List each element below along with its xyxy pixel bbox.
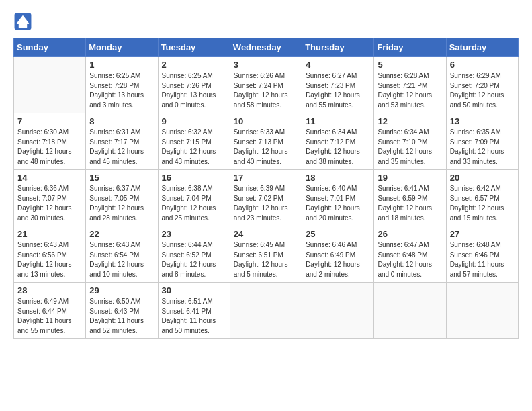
day-number: 21: [17, 229, 82, 239]
day-cell: 27Sunrise: 6:48 AM Sunset: 6:46 PM Dayli…: [446, 226, 518, 283]
day-info: Sunrise: 6:31 AM Sunset: 7:17 PM Dayligh…: [89, 128, 154, 167]
day-cell: 26Sunrise: 6:47 AM Sunset: 6:48 PM Dayli…: [374, 226, 446, 283]
week-row-3: 14Sunrise: 6:36 AM Sunset: 7:07 PM Dayli…: [14, 170, 519, 226]
day-number: 14: [17, 173, 82, 183]
day-cell: 21Sunrise: 6:43 AM Sunset: 6:56 PM Dayli…: [14, 226, 86, 283]
day-cell: 13Sunrise: 6:35 AM Sunset: 7:09 PM Dayli…: [446, 113, 518, 170]
weekday-header-monday: Monday: [86, 38, 158, 57]
day-cell: 15Sunrise: 6:37 AM Sunset: 7:05 PM Dayli…: [86, 170, 158, 226]
day-info: Sunrise: 6:47 AM Sunset: 6:48 PM Dayligh…: [378, 240, 442, 279]
week-row-2: 7Sunrise: 6:30 AM Sunset: 7:18 PM Daylig…: [14, 113, 519, 170]
day-number: 16: [162, 173, 226, 183]
day-cell: 28Sunrise: 6:49 AM Sunset: 6:44 PM Dayli…: [14, 283, 86, 339]
page: SundayMondayTuesdayWednesdayThursdayFrid…: [0, 0, 532, 411]
day-cell: 6Sunrise: 6:29 AM Sunset: 7:20 PM Daylig…: [446, 57, 518, 113]
weekday-header-saturday: Saturday: [446, 38, 518, 57]
day-cell: 14Sunrise: 6:36 AM Sunset: 7:07 PM Dayli…: [14, 170, 86, 226]
day-cell: [374, 283, 446, 339]
day-number: 22: [89, 229, 154, 239]
day-info: Sunrise: 6:50 AM Sunset: 6:43 PM Dayligh…: [89, 297, 154, 336]
week-row-4: 21Sunrise: 6:43 AM Sunset: 6:56 PM Dayli…: [14, 226, 519, 283]
day-info: Sunrise: 6:34 AM Sunset: 7:10 PM Dayligh…: [378, 128, 442, 167]
day-cell: [14, 57, 86, 113]
day-cell: [302, 283, 374, 339]
day-number: 6: [450, 60, 515, 70]
day-number: 29: [89, 285, 154, 295]
day-cell: 2Sunrise: 6:25 AM Sunset: 7:26 PM Daylig…: [158, 57, 230, 113]
day-cell: [446, 283, 518, 339]
day-info: Sunrise: 6:51 AM Sunset: 6:41 PM Dayligh…: [162, 297, 226, 336]
day-number: 3: [234, 60, 298, 70]
day-number: 2: [162, 60, 226, 70]
day-info: Sunrise: 6:27 AM Sunset: 7:23 PM Dayligh…: [306, 71, 370, 110]
day-cell: 5Sunrise: 6:28 AM Sunset: 7:21 PM Daylig…: [374, 57, 446, 113]
day-cell: 22Sunrise: 6:43 AM Sunset: 6:54 PM Dayli…: [86, 226, 158, 283]
day-info: Sunrise: 6:35 AM Sunset: 7:09 PM Dayligh…: [450, 128, 515, 167]
day-info: Sunrise: 6:30 AM Sunset: 7:18 PM Dayligh…: [17, 128, 82, 167]
day-number: 12: [378, 116, 442, 126]
day-cell: 30Sunrise: 6:51 AM Sunset: 6:41 PM Dayli…: [158, 283, 230, 339]
weekday-header-friday: Friday: [374, 38, 446, 57]
day-number: 8: [89, 116, 154, 126]
day-number: 19: [378, 173, 442, 183]
day-cell: 20Sunrise: 6:42 AM Sunset: 6:57 PM Dayli…: [446, 170, 518, 226]
day-cell: 1Sunrise: 6:25 AM Sunset: 7:28 PM Daylig…: [86, 57, 158, 113]
day-info: Sunrise: 6:36 AM Sunset: 7:07 PM Dayligh…: [17, 184, 82, 223]
day-number: 20: [450, 173, 515, 183]
day-cell: 11Sunrise: 6:34 AM Sunset: 7:12 PM Dayli…: [302, 113, 374, 170]
day-info: Sunrise: 6:42 AM Sunset: 6:57 PM Dayligh…: [450, 184, 515, 223]
day-cell: 7Sunrise: 6:30 AM Sunset: 7:18 PM Daylig…: [14, 113, 86, 170]
day-cell: [230, 283, 302, 339]
day-info: Sunrise: 6:28 AM Sunset: 7:21 PM Dayligh…: [378, 71, 442, 110]
day-info: Sunrise: 6:48 AM Sunset: 6:46 PM Dayligh…: [450, 240, 515, 279]
weekday-header-row: SundayMondayTuesdayWednesdayThursdayFrid…: [14, 38, 519, 57]
week-row-1: 1Sunrise: 6:25 AM Sunset: 7:28 PM Daylig…: [14, 57, 519, 113]
day-number: 1: [89, 60, 154, 70]
day-cell: 29Sunrise: 6:50 AM Sunset: 6:43 PM Dayli…: [86, 283, 158, 339]
day-info: Sunrise: 6:25 AM Sunset: 7:28 PM Dayligh…: [89, 71, 154, 110]
day-info: Sunrise: 6:26 AM Sunset: 7:24 PM Dayligh…: [234, 71, 298, 110]
day-cell: 16Sunrise: 6:38 AM Sunset: 7:04 PM Dayli…: [158, 170, 230, 226]
day-number: 10: [234, 116, 298, 126]
day-number: 30: [162, 285, 226, 295]
day-number: 4: [306, 60, 370, 70]
day-number: 15: [89, 173, 154, 183]
day-cell: 12Sunrise: 6:34 AM Sunset: 7:10 PM Dayli…: [374, 113, 446, 170]
weekday-header-tuesday: Tuesday: [158, 38, 230, 57]
day-number: 5: [378, 60, 442, 70]
day-info: Sunrise: 6:25 AM Sunset: 7:26 PM Dayligh…: [162, 71, 226, 110]
svg-rect-2: [19, 24, 27, 28]
day-number: 9: [162, 116, 226, 126]
day-number: 27: [450, 229, 515, 239]
logo: [13, 12, 35, 31]
weekday-header-wednesday: Wednesday: [230, 38, 302, 57]
weekday-header-sunday: Sunday: [14, 38, 86, 57]
weekday-header-thursday: Thursday: [302, 38, 374, 57]
logo-icon: [13, 12, 32, 31]
day-info: Sunrise: 6:46 AM Sunset: 6:49 PM Dayligh…: [306, 240, 370, 279]
day-info: Sunrise: 6:41 AM Sunset: 6:59 PM Dayligh…: [378, 184, 442, 223]
day-info: Sunrise: 6:33 AM Sunset: 7:13 PM Dayligh…: [234, 128, 298, 167]
day-info: Sunrise: 6:43 AM Sunset: 6:56 PM Dayligh…: [17, 240, 82, 279]
day-number: 13: [450, 116, 515, 126]
day-cell: 24Sunrise: 6:45 AM Sunset: 6:51 PM Dayli…: [230, 226, 302, 283]
day-info: Sunrise: 6:43 AM Sunset: 6:54 PM Dayligh…: [89, 240, 154, 279]
day-cell: 4Sunrise: 6:27 AM Sunset: 7:23 PM Daylig…: [302, 57, 374, 113]
day-info: Sunrise: 6:39 AM Sunset: 7:02 PM Dayligh…: [234, 184, 298, 223]
day-number: 18: [306, 173, 370, 183]
day-cell: 18Sunrise: 6:40 AM Sunset: 7:01 PM Dayli…: [302, 170, 374, 226]
day-cell: 25Sunrise: 6:46 AM Sunset: 6:49 PM Dayli…: [302, 226, 374, 283]
day-info: Sunrise: 6:34 AM Sunset: 7:12 PM Dayligh…: [306, 128, 370, 167]
day-cell: 3Sunrise: 6:26 AM Sunset: 7:24 PM Daylig…: [230, 57, 302, 113]
day-cell: 9Sunrise: 6:32 AM Sunset: 7:15 PM Daylig…: [158, 113, 230, 170]
day-info: Sunrise: 6:38 AM Sunset: 7:04 PM Dayligh…: [162, 184, 226, 223]
week-row-5: 28Sunrise: 6:49 AM Sunset: 6:44 PM Dayli…: [14, 283, 519, 339]
day-number: 25: [306, 229, 370, 239]
day-info: Sunrise: 6:40 AM Sunset: 7:01 PM Dayligh…: [306, 184, 370, 223]
day-number: 11: [306, 116, 370, 126]
day-info: Sunrise: 6:49 AM Sunset: 6:44 PM Dayligh…: [17, 297, 82, 336]
day-info: Sunrise: 6:44 AM Sunset: 6:52 PM Dayligh…: [162, 240, 226, 279]
day-number: 28: [17, 285, 82, 295]
day-number: 17: [234, 173, 298, 183]
day-info: Sunrise: 6:32 AM Sunset: 7:15 PM Dayligh…: [162, 128, 226, 167]
